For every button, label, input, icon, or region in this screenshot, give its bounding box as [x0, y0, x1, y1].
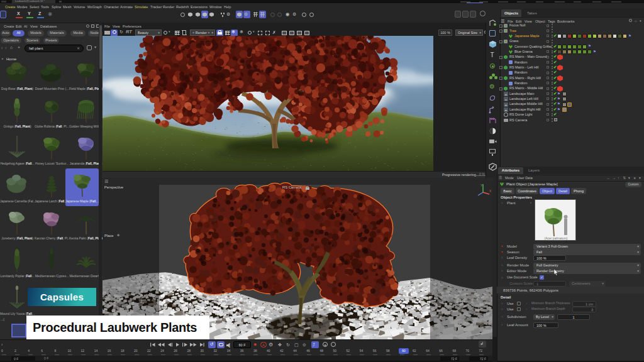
svg-text:X: X [489, 189, 491, 193]
svg-text:(Acer palmatum): (Acer palmatum) [545, 236, 568, 240]
